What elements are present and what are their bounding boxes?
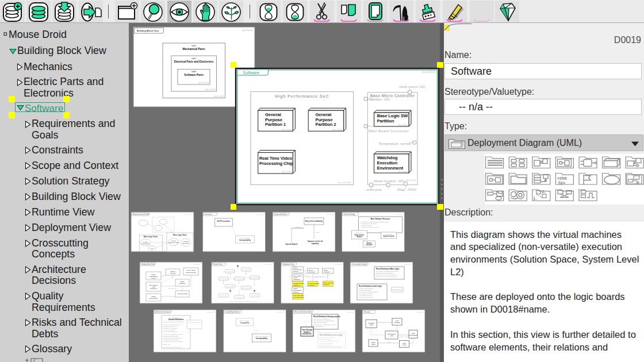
svg-text:System Control: System Control	[186, 272, 196, 274]
svg-text:AD-1: Detect a globe speed can: AD-1: Detect a globe speed can be	[163, 324, 182, 325]
svg-text:[docD0025]: [docD0025]	[265, 264, 273, 265]
svg-text:admitted processed data: admitted processed data	[359, 296, 373, 298]
svg-text:- are belief to predicted: - are belief to predicted	[163, 329, 175, 330]
svg-text:[docD0029]: [docD0029]	[277, 311, 285, 313]
svg-text:Replica: Replica	[293, 271, 298, 272]
svg-text:logic and data a simulated: logic and data a simulated	[359, 288, 374, 289]
svg-text:New entry alive A map can be d: New entry alive A map can be detected	[313, 324, 336, 325]
svg-text:- set trip predict then metric: - set trip predict then metric	[163, 331, 177, 332]
svg-text:[docC0060]: [docC0060]	[398, 171, 408, 173]
svg-text:Main Board Connector: Main Board Connector	[369, 129, 409, 133]
svg-text:[docD0026]: [docD0026]	[335, 264, 342, 265]
svg-text:Crosscutting Concepts: Crosscutting Concepts	[352, 263, 367, 265]
svg-text:«arc42 Agent»: «arc42 Agent»	[186, 269, 196, 271]
svg-text:recorded live: the situations: recorded live: the situations	[163, 328, 177, 329]
svg-text:[docD0019]: [docD0019]	[422, 71, 436, 74]
svg-text:«arc42 Agent»: «arc42 Agent»	[385, 234, 393, 235]
svg-text:Architecture Decisions: Architecture Decisions	[155, 311, 171, 313]
svg-text:fairly software calculated: fairly software calculated	[320, 342, 334, 344]
svg-text:AD-2: Include the ODDs and the: AD-2: Include the ODDs and the base	[163, 334, 183, 335]
svg-text:Partition: Partition	[377, 118, 394, 124]
svg-text:Speaker: I2S: Speaker: I2S	[369, 97, 390, 101]
svg-text:Partition 2: Partition 2	[308, 284, 315, 286]
svg-text:ODD Sketching: ODD Sketching	[393, 289, 402, 291]
svg-text:as the ODD logs Rootd: as the ODD logs Rootd	[359, 295, 372, 296]
svg-text:«SW»: «SW»	[191, 71, 197, 73]
svg-text:Composer: Composer	[150, 288, 157, 290]
svg-text:Controller: Controller	[324, 271, 330, 273]
svg-text:Partition 1: Partition 1	[293, 284, 300, 286]
svg-text:Mechanical Parts: Mechanical Parts	[182, 48, 205, 51]
svg-text:env::checked: env::checked	[251, 295, 258, 296]
svg-text:fairly software calculated: fairly software calculated	[359, 293, 373, 294]
svg-text:Result Evaluation (Base logic): Result Evaluation (Base logic)	[376, 268, 399, 270]
svg-text:Plan: Plan	[151, 248, 154, 249]
svg-text:Environment: Environment	[150, 298, 158, 299]
svg-text:Watchdog: Watchdog	[377, 155, 398, 160]
svg-text:stored map and data simulated.: stored map and data simulated.	[376, 272, 394, 274]
svg-text:«mb»: «mb»	[191, 57, 196, 60]
svg-text:Result Evaluation (source logi: Result Evaluation (source logic)	[320, 334, 343, 336]
svg-text:State Strategy: State Strategy	[302, 329, 313, 331]
svg-text:ta»: ta»	[558, 180, 566, 186]
svg-text:Perform: Perform	[183, 241, 189, 242]
svg-text:Building Block View: Building Block View	[137, 29, 159, 32]
svg-text:Temperature: sensor: Temperature: sensor	[378, 141, 411, 145]
svg-text:Self-Preservation: Self-Preservation	[217, 220, 230, 222]
svg-text:as can the functioning: as can the functioning	[359, 290, 371, 291]
svg-text:[docD0018]: [docD0018]	[243, 29, 253, 32]
svg-text:[docC0062]: [docC0062]	[282, 129, 292, 131]
svg-text:[docD0027]: [docD0027]	[404, 264, 412, 265]
svg-text:The software is divided accord: The software is divided according the th…	[361, 221, 390, 222]
svg-text:Partition: Partition	[323, 284, 329, 286]
svg-text:handle in: handle in	[304, 331, 310, 333]
svg-text:The land detection strategy fo: The land detection strategy for	[313, 318, 331, 319]
svg-text:matrix: matrix	[388, 341, 390, 342]
svg-text:Replica: Replica	[293, 291, 298, 293]
svg-text:[docC0065]: [docC0065]	[406, 179, 416, 182]
svg-text:Visual: Visual	[402, 344, 407, 346]
svg-text:[docC0051]: [docC0051]	[199, 82, 209, 84]
svg-text:[docC0050]: [docC0050]	[205, 88, 215, 91]
svg-text:reset cmd: reset cmd	[366, 187, 382, 191]
svg-text:Motor Control : I2C: Motor Control : I2C	[374, 179, 405, 183]
svg-text:Challenge: Select presence of: Challenge: Select presence of a blocked	[163, 321, 185, 322]
svg-text:Visual: Visual	[369, 324, 373, 326]
svg-text:2.: 2.	[542, 189, 546, 194]
svg-text:Risks and Technical Debts: Risks and Technical Debts	[294, 311, 312, 313]
svg-text:Params: AD-3: Params: AD-3	[163, 344, 171, 345]
svg-text:Glossary: Glossary	[364, 311, 370, 313]
svg-text:Replica: Replica	[356, 236, 362, 238]
svg-text:Result Evaluation Strategy may: Result Evaluation Strategy may fail	[313, 315, 340, 318]
svg-text:[docD0022]: [docD0022]	[327, 214, 334, 215]
svg-text:Obstacle Evaluation: Obstacle Evaluation	[168, 318, 184, 321]
svg-text:map and data at the ODD logs R: map and data at the ODD logs Rootd	[313, 320, 335, 321]
svg-text:acquires: acquires	[296, 226, 301, 228]
svg-text:Processing Chip: Processing Chip	[259, 161, 293, 166]
svg-text:Environment: Environment	[409, 334, 417, 336]
svg-text:a plowdy speed lines a scoring: a plowdy speed lines a scoring atlas	[163, 337, 182, 338]
svg-text:- self-ODD execution of income: - self-ODD execution of income	[361, 226, 379, 228]
svg-text:Calculator: Calculator	[308, 271, 315, 273]
svg-text:«ODD constraints»: «ODD constraints»	[240, 237, 251, 238]
svg-text:when its selection tasks.: when its selection tasks.	[313, 322, 327, 323]
svg-text:Diag : JTAG: Diag : JTAG	[397, 187, 416, 191]
svg-text:«ODD constraints/useful»: «ODD constraints/useful»	[255, 336, 270, 337]
svg-text:Solution Strategy: Solution Strategy	[344, 213, 355, 215]
svg-text:Base Logic SW: Base Logic SW	[377, 113, 409, 118]
svg-text:Interoperability: Interoperability	[256, 337, 268, 340]
svg-text:Runtime View: Runtime View	[213, 263, 223, 265]
svg-text:«mb»: «mb»	[191, 45, 196, 47]
svg-text:motor data is better designed: motor data is better designed	[163, 336, 179, 337]
svg-text:Visual: Visual	[371, 344, 375, 345]
svg-text:Replace: Replace	[143, 241, 149, 242]
svg-text:as can the functioning: as can the functioning	[320, 338, 332, 340]
svg-text:[docD0030]: [docD0030]	[347, 311, 354, 313]
svg-text:Calculate: Calculate	[170, 272, 176, 274]
svg-text:Controller: Controller	[179, 283, 185, 284]
svg-text:[docD0024]: [docD0024]	[194, 264, 201, 265]
svg-text:acquires: acquires	[315, 232, 320, 233]
svg-text:High Performance SoC: High Performance SoC	[275, 94, 329, 99]
svg-text:Outcome: Scoring as a base met: Outcome: Scoring as a base metric	[163, 346, 181, 348]
svg-text:Partition 1: Partition 1	[265, 122, 286, 127]
